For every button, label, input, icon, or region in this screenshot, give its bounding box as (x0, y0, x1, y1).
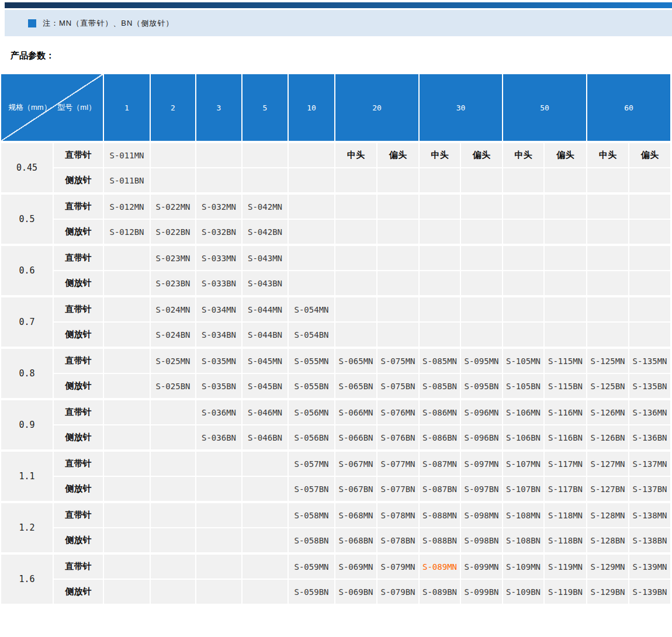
volume-header-row: 规格（mm） 型号（ml） 12351020305060 (1, 74, 671, 142)
model-cell: S-089MN (419, 553, 460, 579)
model-cell (419, 322, 460, 348)
model-cell: S-098BN (460, 528, 503, 553)
model-cell (377, 168, 419, 193)
model-cell: S-128MN (587, 502, 629, 528)
table-row: 侧放针S-025BNS-035BNS-045BNS-055BNS-065BNS-… (1, 373, 671, 399)
model-cell: S-058BN (288, 528, 335, 553)
model-cell (242, 168, 288, 193)
model-cell: S-036BN (196, 425, 242, 451)
model-cell (335, 322, 377, 348)
model-cell: S-087BN (419, 476, 460, 502)
model-cell (503, 168, 544, 193)
model-cell: S-023MN (150, 245, 196, 271)
model-cell: S-085MN (419, 348, 460, 373)
model-cell: S-106BN (503, 425, 544, 451)
model-cell (419, 168, 460, 193)
model-cell: S-079BN (377, 579, 419, 604)
model-cell: S-116MN (544, 399, 587, 425)
model-cell: S-096BN (460, 425, 503, 451)
model-cell: S-135BN (629, 373, 671, 399)
model-cell: S-105MN (503, 348, 544, 373)
model-cell: S-078BN (377, 528, 419, 553)
model-cell: S-126MN (587, 399, 629, 425)
table-header: 规格（mm） 型号（ml） 12351020305060 (1, 74, 671, 142)
model-cell: S-043MN (242, 245, 288, 271)
model-cell: S-117BN (544, 476, 587, 502)
model-cell: S-022MN (150, 193, 196, 219)
model-cell (544, 219, 587, 245)
model-cell (587, 219, 629, 245)
table-row: 侧放针S-036BNS-046BNS-056BNS-066BNS-076BNS-… (1, 425, 671, 451)
model-cell: S-096MN (460, 399, 503, 425)
model-cell (377, 271, 419, 296)
model-cell: S-034BN (196, 322, 242, 348)
model-cell (587, 245, 629, 271)
model-cell (629, 219, 671, 245)
needle-type-cell: 直带针 (53, 451, 103, 476)
volume-header-1: 1 (103, 74, 150, 142)
model-cell: S-119MN (544, 553, 587, 579)
needle-type-cell: 侧放针 (53, 476, 103, 502)
model-cell (150, 476, 196, 502)
spec-cell: 0.6 (1, 245, 53, 296)
model-cell: S-138BN (629, 528, 671, 553)
model-cell: S-035BN (196, 373, 242, 399)
model-cell (196, 502, 242, 528)
model-cell (196, 451, 242, 476)
model-cell: S-044MN (242, 296, 288, 322)
model-cell: S-125MN (587, 348, 629, 373)
model-cell (335, 193, 377, 219)
model-cell: S-036MN (196, 399, 242, 425)
volume-header-20: 20 (335, 74, 419, 142)
model-cell: S-066BN (335, 425, 377, 451)
model-cell: S-057MN (288, 451, 335, 476)
spec-cell: 1.6 (1, 553, 53, 604)
model-cell (503, 193, 544, 219)
model-cell: S-065BN (335, 373, 377, 399)
model-cell (377, 322, 419, 348)
model-cell (288, 193, 335, 219)
model-cell (288, 271, 335, 296)
model-cell (544, 193, 587, 219)
model-cell (335, 219, 377, 245)
model-cell: S-135MN (629, 348, 671, 373)
model-cell: S-059MN (288, 553, 335, 579)
model-cell (544, 296, 587, 322)
tip-type-cell: 偏头 (544, 142, 587, 168)
model-cell (196, 142, 242, 168)
model-cell: S-118BN (544, 528, 587, 553)
needle-type-cell: 直带针 (53, 399, 103, 425)
model-cell: S-011BN (103, 168, 150, 193)
spec-cell: 0.8 (1, 348, 53, 399)
model-cell (460, 271, 503, 296)
model-cell: S-077MN (377, 451, 419, 476)
model-cell: S-022BN (150, 219, 196, 245)
spec-cell: 0.9 (1, 399, 53, 451)
model-cell: S-115MN (544, 348, 587, 373)
model-cell: S-099BN (460, 579, 503, 604)
model-cell (103, 373, 150, 399)
tip-type-cell: 偏头 (460, 142, 503, 168)
model-cell: S-056BN (288, 425, 335, 451)
model-cell (150, 528, 196, 553)
note-text: 注：MN（直带针）、BN（侧放针） (43, 18, 174, 29)
volume-header-3: 3 (196, 74, 242, 142)
model-cell (629, 271, 671, 296)
model-cell: S-116BN (544, 425, 587, 451)
model-cell (242, 451, 288, 476)
model-cell (150, 142, 196, 168)
model-cell: S-078MN (377, 502, 419, 528)
model-cell (460, 296, 503, 322)
model-cell: S-089BN (419, 579, 460, 604)
table-row: 侧放针S-058BNS-068BNS-078BNS-088BNS-098BNS-… (1, 528, 671, 553)
volume-header-30: 30 (419, 74, 503, 142)
model-cell (335, 245, 377, 271)
model-cell (103, 399, 150, 425)
needle-type-cell: 侧放针 (53, 322, 103, 348)
model-cell: S-095BN (460, 373, 503, 399)
model-cell (503, 322, 544, 348)
model-cell: S-046MN (242, 399, 288, 425)
needle-type-cell: 侧放针 (53, 579, 103, 604)
model-cell: S-108BN (503, 528, 544, 553)
spec-cell: 0.7 (1, 296, 53, 348)
